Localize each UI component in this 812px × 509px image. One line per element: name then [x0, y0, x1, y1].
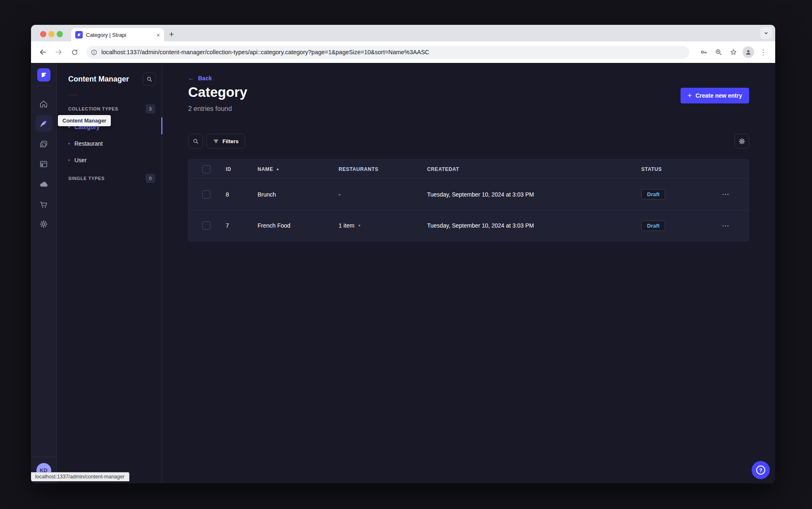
back-link[interactable]: ← Back: [188, 74, 212, 82]
cloud-icon[interactable]: [36, 176, 52, 192]
table-row[interactable]: 8 Brunch - Tuesday, September 10, 2024 a…: [189, 179, 749, 210]
window-minimize-button[interactable]: [48, 31, 55, 37]
url-text[interactable]: localhost:1337/admin/content-manager/col…: [101, 49, 429, 55]
view-settings-gear-button[interactable]: [734, 134, 749, 149]
subnav-item-user[interactable]: User: [68, 152, 155, 168]
plus-icon: +: [688, 92, 692, 99]
back-arrow-icon: ←: [188, 74, 194, 82]
column-header-status[interactable]: STATUS: [641, 166, 722, 172]
rail-divider: [36, 86, 51, 86]
site-info-icon[interactable]: [91, 49, 98, 56]
home-icon[interactable]: [36, 96, 52, 112]
desktop-background: Category | Strapi × + lo: [0, 0, 812, 509]
row-actions-menu-icon[interactable]: ⋯: [722, 221, 729, 230]
forward-icon[interactable]: [53, 46, 65, 58]
subnav-title: Content Manager: [68, 75, 129, 84]
list-search-button[interactable]: [188, 134, 203, 149]
window-zoom-button[interactable]: [57, 31, 63, 37]
cell-id: 8: [226, 191, 258, 198]
media-library-icon[interactable]: [36, 136, 52, 152]
single-types-section-header: SINGLE TYPES 0: [68, 174, 155, 183]
collection-types-count-badge: 3: [146, 104, 155, 113]
cell-name: French Food: [258, 222, 339, 229]
entries-table: ID NAME▲ RESTAURANTS CREATEDAT STATUS 8 …: [188, 159, 749, 241]
window-close-button[interactable]: [40, 31, 46, 37]
cell-createdat: Tuesday, September 10, 2024 at 3:03 PM: [427, 191, 641, 198]
single-types-label: SINGLE TYPES: [68, 176, 105, 181]
filter-icon: [213, 138, 219, 144]
sort-ascending-icon: ▲: [276, 167, 280, 171]
cell-name: Brunch: [258, 191, 339, 198]
tab-title: Category | Strapi: [86, 32, 153, 38]
strapi-logo[interactable]: [37, 68, 50, 82]
browser-menu-kebab-icon[interactable]: ⋮: [757, 46, 769, 58]
browser-toolbar: localhost:1337/admin/content-manager/col…: [31, 41, 775, 63]
single-types-count-badge: 0: [146, 174, 155, 183]
row-actions-menu-icon[interactable]: ⋯: [722, 190, 729, 199]
back-icon[interactable]: [37, 46, 49, 58]
subnav-divider: [68, 95, 78, 95]
url-bar[interactable]: localhost:1337/admin/content-manager/col…: [86, 46, 689, 59]
content-type-builder-icon[interactable]: [36, 156, 52, 172]
collection-types-section-header: COLLECTION TYPES 3: [68, 104, 155, 113]
table-row[interactable]: 7 French Food 1 item▼ Tuesday, September…: [189, 210, 749, 241]
column-header-restaurants[interactable]: RESTAURANTS: [339, 166, 427, 172]
row-checkbox[interactable]: [202, 221, 210, 230]
row-checkbox[interactable]: [202, 190, 210, 199]
cell-restaurants-expand[interactable]: 1 item▼: [339, 222, 427, 229]
cell-id: 7: [226, 222, 258, 229]
subnav-search-button[interactable]: [143, 72, 156, 86]
main-content: ← Back Category 2 entries found + Create…: [162, 63, 775, 483]
column-header-name[interactable]: NAME▲: [258, 166, 339, 172]
browser-tab-strip: Category | Strapi × +: [31, 25, 775, 41]
help-button[interactable]: ?: [752, 461, 770, 479]
cell-createdat: Tuesday, September 10, 2024 at 3:03 PM: [427, 222, 641, 229]
password-key-icon[interactable]: [697, 46, 710, 58]
column-header-id[interactable]: ID: [226, 166, 258, 172]
collection-types-label: COLLECTION TYPES: [68, 106, 118, 111]
content-manager-icon[interactable]: [36, 115, 52, 132]
status-badge: Draft: [641, 189, 665, 199]
strapi-favicon: [75, 31, 83, 38]
subnav-item-restaurant[interactable]: Restaurant: [68, 135, 155, 152]
select-all-checkbox[interactable]: [202, 165, 210, 173]
new-tab-button[interactable]: +: [166, 29, 177, 40]
bullet-icon: [68, 126, 70, 128]
bookmark-star-icon[interactable]: [727, 46, 740, 58]
bullet-icon: [68, 143, 70, 144]
bullet-icon: [68, 159, 70, 161]
create-new-entry-button[interactable]: + Create new entry: [681, 88, 749, 103]
chevron-down-icon: ▼: [358, 224, 361, 228]
reload-icon[interactable]: [68, 46, 81, 58]
marketplace-cart-icon[interactable]: [36, 196, 52, 213]
entries-count: 2 entries found: [188, 105, 232, 113]
content-manager-tooltip: Content Manager: [58, 115, 111, 126]
tab-close-icon[interactable]: ×: [156, 32, 160, 38]
browser-window: Category | Strapi × + lo: [31, 25, 775, 483]
status-badge: Draft: [641, 221, 665, 231]
main-nav-rail: KD: [31, 63, 57, 483]
browser-profile-avatar[interactable]: [742, 46, 755, 58]
filters-button[interactable]: Filters: [206, 134, 245, 149]
strapi-admin-app: KD Content Manager COLLECTION TYPES 3: [31, 63, 775, 483]
table-header-row: ID NAME▲ RESTAURANTS CREATEDAT STATUS: [189, 160, 749, 179]
cell-restaurants: -: [339, 191, 427, 198]
link-status-bar: localhost:1337/admin/content-manager: [31, 472, 129, 481]
browser-tab[interactable]: Category | Strapi ×: [71, 28, 164, 41]
question-mark-icon: ?: [756, 466, 765, 475]
settings-gear-icon[interactable]: [36, 216, 52, 232]
column-header-createdat[interactable]: CREATEDAT: [427, 166, 641, 172]
page-title: Category: [188, 84, 247, 100]
zoom-page-icon[interactable]: [712, 46, 725, 58]
tab-search-chevron-icon[interactable]: [760, 27, 772, 39]
